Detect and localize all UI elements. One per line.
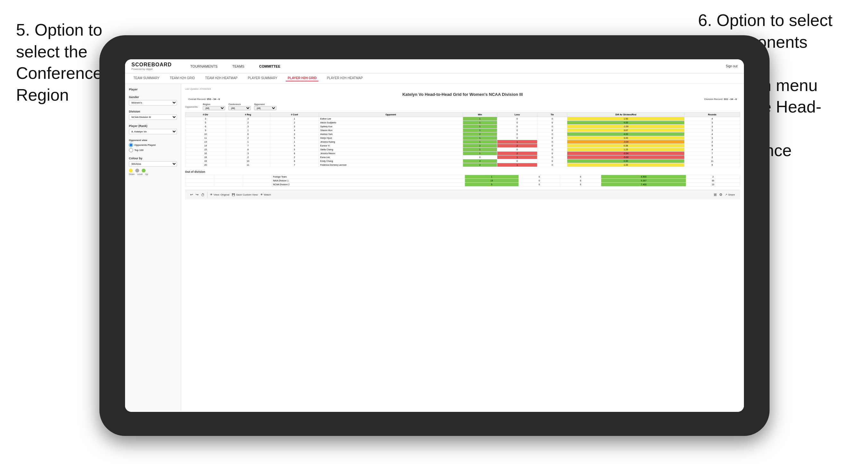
toolbar-right: ⊞ ⚙ ↗ Share	[714, 193, 735, 197]
th-opponent: Opponent	[319, 113, 463, 117]
opponent-view-section: Opponent view Opponents Played Top 100	[129, 139, 177, 152]
opponents-label: Opponents:	[185, 105, 198, 108]
sub-nav-player-h2h-grid[interactable]: PLAYER H2H GRID	[286, 75, 318, 82]
out-of-division-label: Out of division	[185, 170, 740, 174]
table-row: 14 7 4 Eunice Yi 2 2 0 0.38 9	[185, 144, 740, 148]
colour-label: Colour by	[129, 157, 177, 160]
logo-area: SCOREBOARD Powered by clippd	[131, 62, 172, 70]
region-filter: Region (All)	[203, 103, 225, 110]
th-loss: Loss	[497, 113, 537, 117]
sub-nav-team-summary[interactable]: TEAM SUMMARY	[131, 75, 162, 82]
sign-out-area: Sign out	[725, 64, 738, 68]
logo-text: SCOREBOARD	[131, 62, 172, 68]
top-nav: SCOREBOARD Powered by clippd TOURNAMENTS…	[125, 59, 744, 73]
dot-labels: Down Level Up	[129, 173, 177, 175]
dot-down	[129, 168, 133, 173]
bottom-toolbar: ↩ ↪ ⏱ 👁 View: Original 💾 Save Custom Vie…	[185, 190, 740, 199]
nav-committee[interactable]: COMMITTEE	[256, 63, 283, 69]
watch-btn[interactable]: 👁 Watch	[260, 193, 271, 196]
out-of-division-row: Foreign Team 1 0 0 4.500 2	[185, 175, 740, 179]
player-rank-select[interactable]: 8. Katelyn Vo	[129, 129, 177, 134]
conference-select[interactable]: (All)	[228, 106, 251, 110]
division-section: Division NCAA Division III	[129, 110, 177, 120]
table-row: 3 3 1 Esther Lee 1 0 0 1.50 4	[185, 117, 740, 121]
logo-sub: Powered by clippd	[131, 68, 172, 70]
table-row: 16 3 6 Jessica Mason 1 2 0 -0.94 7	[185, 152, 740, 155]
sub-nav-player-h2h-heatmap[interactable]: PLAYER H2H HEATMAP	[325, 75, 365, 82]
table-row: 18 2 2 Euna Lee 0 1 0 -5.00 2	[185, 155, 740, 159]
table-row: 9 1 4 Sharon Mun 1 0 0 3.67 3	[185, 128, 740, 132]
table-row: 6 3 3 Sydney Kuo 1 0 0 -1.00 3	[185, 125, 740, 128]
view-original-btn[interactable]: 👁 View: Original	[210, 193, 229, 196]
tablet-frame: SCOREBOARD Powered by clippd TOURNAMENTS…	[99, 35, 770, 436]
settings-icon[interactable]: ⚙	[719, 193, 722, 197]
th-diff: Diff Av Strokes/Rnd	[567, 113, 685, 117]
region-select[interactable]: (All)	[203, 106, 225, 110]
table-row: 10 6 3 Andrea York 2 0 0 4.00 4	[185, 132, 740, 136]
record-row: Overall Record: 353 - 34 - 6 Division Re…	[185, 98, 740, 101]
table-row: 11 2 5 Heejo Hyun 1 0 0 3.33 3	[185, 136, 740, 140]
player-rank-section: Player (Rank) 8. Katelyn Vo	[129, 124, 177, 134]
layout-icon[interactable]: ⊞	[714, 193, 717, 197]
undo-icon[interactable]: ↩	[190, 193, 193, 197]
nav-tournaments[interactable]: TOURNAMENTS	[188, 63, 220, 69]
table-row: 5 2 2 Alexis Sudjianto 1 0 0 4.00 3	[185, 121, 740, 125]
gender-section: Gender Women's	[129, 95, 177, 105]
separator-1	[207, 192, 208, 198]
player-section: Player	[129, 88, 177, 91]
out-of-division-row: NAIA Division 1 15 0 0 9.267 30	[185, 179, 740, 183]
division-label: Division	[129, 110, 177, 113]
table-row: 19 10 6 Emily Chang 4 0 0 0.30 11	[185, 159, 740, 163]
conference-filter: Conference (All)	[228, 103, 251, 110]
player-label: Player	[129, 88, 177, 91]
opponent-view-label: Opponent view	[129, 139, 177, 142]
table-row: 20 11 7 Federica Domecq Lacroze 2 1 0 1.…	[185, 163, 740, 167]
player-rank-label: Player (Rank)	[129, 124, 177, 128]
sub-nav-team-h2h-heatmap[interactable]: TEAM H2H HEATMAP	[203, 75, 240, 82]
gender-select[interactable]: Women's	[129, 100, 177, 105]
gender-label: Gender	[129, 95, 177, 99]
th-div: # Div	[185, 113, 226, 117]
share-btn[interactable]: ↗ Share	[725, 193, 735, 197]
radio-top-100[interactable]: Top 100	[129, 148, 177, 152]
colour-dots	[129, 168, 177, 173]
th-reg: # Reg	[226, 113, 270, 117]
save-custom-view-btn[interactable]: 💾 Save Custom View	[232, 193, 257, 196]
main-table: # Div # Reg # Conf Opponent Win Loss Tie…	[185, 112, 740, 167]
out-of-division-row: NCAA Division 2 5 0 0 7.400 10	[185, 183, 740, 187]
opponent-filter: Opponent (All)	[254, 103, 276, 110]
last-updated: Last Updated: 27/03/2024	[185, 88, 740, 90]
sub-nav: TEAM SUMMARY TEAM H2H GRID TEAM H2H HEAT…	[125, 73, 744, 84]
th-conf: # Conf	[270, 113, 319, 117]
sign-out-link[interactable]: Sign out	[725, 64, 738, 68]
out-of-division-table: Foreign Team 1 0 0 4.500 2 NAIA Division…	[185, 175, 740, 187]
filter-row: Opponents: Region (All) Conference (All)	[185, 103, 740, 110]
colour-section: Colour by Win/loss Down Level Up	[129, 157, 177, 175]
sub-nav-team-h2h-grid[interactable]: TEAM H2H GRID	[168, 75, 197, 82]
nav-teams[interactable]: TEAMS	[229, 63, 247, 69]
th-rounds: Rounds	[685, 113, 740, 117]
colour-select[interactable]: Win/loss	[129, 161, 177, 167]
redo-icon[interactable]: ↪	[195, 193, 198, 197]
dot-up	[142, 168, 146, 173]
opponent-select[interactable]: (All)	[254, 106, 276, 110]
table-row: 15 8 5 Stella Cheng 1 0 0 1.25 4	[185, 148, 740, 152]
history-icon[interactable]: ⏱	[201, 193, 205, 197]
radio-group: Opponents Played Top 100	[129, 143, 177, 152]
report-title: Katelyn Vo Head-to-Head Grid for Women's…	[185, 92, 740, 97]
sidebar: Player Gender Women's Division NCAA Divi…	[125, 84, 181, 411]
table-row: 13 1 1 Jessica Huang 1 1 0 -3.00 2	[185, 140, 740, 144]
right-panel: Last Updated: 27/03/2024 Katelyn Vo Head…	[181, 84, 744, 411]
main-content: Player Gender Women's Division NCAA Divi…	[125, 84, 744, 411]
th-win: Win	[463, 113, 497, 117]
dot-level	[135, 168, 139, 173]
th-tie: Tie	[537, 113, 567, 117]
sub-nav-player-summary[interactable]: PLAYER SUMMARY	[246, 75, 279, 82]
radio-opponents-played[interactable]: Opponents Played	[129, 143, 177, 147]
division-select[interactable]: NCAA Division III	[129, 115, 177, 120]
tablet-screen: SCOREBOARD Powered by clippd TOURNAMENTS…	[125, 59, 744, 412]
